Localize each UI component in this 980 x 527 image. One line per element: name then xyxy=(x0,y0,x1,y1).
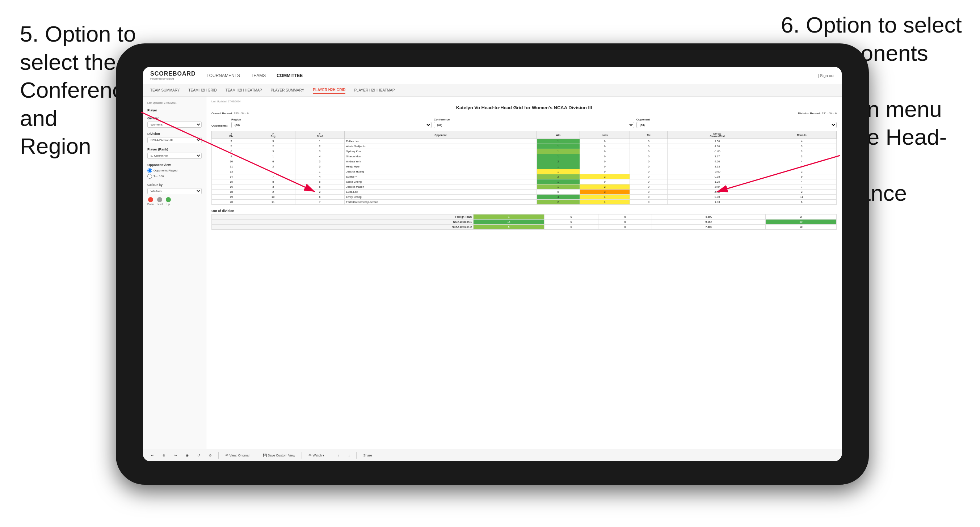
division-select[interactable]: NCAA Division III NCAA Division I NCAA D… xyxy=(147,137,202,143)
sidebar-gender-section: Gender Women's Men's xyxy=(147,116,202,128)
nav-committee[interactable]: COMMITTEE xyxy=(277,71,303,79)
table-row: 20117 Federica Domecq Lacroze 210 1.336 xyxy=(212,200,837,205)
table-row: 914 Sharon Mun 100 3.673 xyxy=(212,154,837,159)
sub-nav-player-h2h-heatmap[interactable]: PLAYER H2H HEATMAP xyxy=(354,87,395,94)
table-row: 1474 Eunice Yi 220 0.389 xyxy=(212,175,837,179)
table-row: 1125 Heejo Hyun 100 3.333 xyxy=(212,164,837,169)
colour-dot-level xyxy=(157,197,162,202)
toolbar-share[interactable]: Share xyxy=(361,453,374,458)
sidebar-colour-section: Colour by Win/loss Down Level xyxy=(147,183,202,205)
th-tie: Tie xyxy=(630,131,668,139)
toolbar-divider-2 xyxy=(256,452,256,459)
toolbar-view-circle[interactable]: ⊙ xyxy=(207,453,214,458)
opponent-view-radio-group: Opponents Played Top 100 xyxy=(147,168,202,179)
main-data-table-section: #Div #Reg #Conf Opponent Win Loss Tie Di… xyxy=(212,131,837,205)
table-row: 1311 Jessica Huang 100 -3.002 xyxy=(212,169,837,175)
conference-filter: Conference (All) xyxy=(434,118,634,128)
sub-nav-team-h2h-heatmap[interactable]: TEAM H2H HEATMAP xyxy=(226,87,262,94)
out-of-division-label: Out of division xyxy=(212,209,837,213)
out-div-row: Foreign Team 1 0 0 4.500 2 xyxy=(212,214,837,219)
toolbar-view-original[interactable]: 👁 View: Original xyxy=(223,453,251,458)
sub-nav-player-h2h-grid[interactable]: PLAYER H2H GRID xyxy=(313,86,345,94)
opponent-filter: Opponent (All) xyxy=(636,118,837,128)
main-content: Last Updated: 27/03/2024 Player Gender W… xyxy=(143,97,842,461)
out-div-row: NAIA Division 1 15 0 0 9.267 30 xyxy=(212,219,837,225)
toolbar-copy[interactable]: ◉ xyxy=(183,453,191,458)
sidebar-player-rank-section: Player (Rank) 8. Katelyn Vo xyxy=(147,148,202,159)
toolbar-redo[interactable]: ↪ xyxy=(172,453,179,458)
filter-row: Opponents: Region (All) Conference (All) xyxy=(212,118,837,128)
bottom-toolbar: ↩ ⊕ ↪ ◉ ↺ ⊙ 👁 View: Original 💾 Save Cust… xyxy=(143,449,842,461)
main-data-table: #Div #Reg #Conf Opponent Win Loss Tie Di… xyxy=(212,131,837,205)
sub-nav-team-h2h-grid[interactable]: TEAM H2H GRID xyxy=(189,87,217,94)
toolbar-divider-1 xyxy=(218,452,219,459)
opponent-select[interactable]: (All) xyxy=(636,122,837,128)
region-filter: Region (All) xyxy=(231,118,431,128)
toolbar-unknown1[interactable]: ⊕ xyxy=(161,453,168,458)
region-select[interactable]: (All) xyxy=(231,122,431,128)
th-opponent: Opponent xyxy=(345,131,537,139)
out-of-division-table: Foreign Team 1 0 0 4.500 2 NAIA Division… xyxy=(212,214,837,230)
table-row: 1636 Jessica Mason 120 -0.947 xyxy=(212,184,837,189)
toolbar-save-custom-view[interactable]: 💾 Save Custom View xyxy=(261,453,297,458)
th-div: #Div xyxy=(212,131,251,139)
division-record: Division Record: 331 - 34 - 6 xyxy=(798,112,837,115)
sub-nav-team-summary[interactable]: TEAM SUMMARY xyxy=(150,87,180,94)
tablet-device: SCOREBOARD Powered by clippd TOURNAMENTS… xyxy=(116,43,869,485)
sidebar-player-section: Player xyxy=(147,108,202,112)
nav-teams[interactable]: TEAMS xyxy=(251,71,266,79)
colour-up: Up xyxy=(166,197,171,205)
toolbar-watch[interactable]: 👁 Watch ▾ xyxy=(306,453,326,458)
gender-select[interactable]: Women's Men's xyxy=(147,122,202,128)
toolbar-divider-4 xyxy=(331,452,331,459)
grid-title: Katelyn Vo Head-to-Head Grid for Women's… xyxy=(212,105,837,110)
table-row: 633 Sydney Kuo 100 -1.003 xyxy=(212,149,837,154)
th-loss: Loss xyxy=(580,131,630,139)
table-row: 1585 Stella Cheng 100 1.254 xyxy=(212,179,837,184)
toolbar-up[interactable]: ↑ xyxy=(336,453,342,458)
th-rounds: Rounds xyxy=(767,131,837,139)
colour-by-select[interactable]: Win/loss xyxy=(147,188,202,194)
th-win: Win xyxy=(536,131,580,139)
th-diff: Diff AvStrokes/Rnd xyxy=(668,131,767,139)
toolbar-clock[interactable]: ↺ xyxy=(195,453,202,458)
toolbar-undo[interactable]: ↩ xyxy=(149,453,156,458)
table-row: 1063 Andrea York 200 4.004 xyxy=(212,159,837,164)
conference-select[interactable]: (All) xyxy=(434,122,634,128)
app-navbar: SCOREBOARD Powered by clippd TOURNAMENTS… xyxy=(143,67,842,84)
grid-area: Last Updated: 27/03/2024 Katelyn Vo Head… xyxy=(206,97,842,461)
colour-dot-down xyxy=(148,197,153,202)
last-updated-label: Last Updated: 27/03/2024 xyxy=(212,100,837,103)
radio-top100[interactable]: Top 100 xyxy=(147,174,202,179)
radio-opponents-played[interactable]: Opponents Played xyxy=(147,168,202,173)
logo-sub: Powered by clippd xyxy=(150,77,196,80)
records-row: Overall Record: 353 - 34 - 6 Division Re… xyxy=(212,112,837,115)
sidebar-opponent-view-section: Opponent view Opponents Played Top 100 xyxy=(147,163,202,179)
opponents-label: Opponents: xyxy=(212,124,228,128)
sub-nav-player-summary[interactable]: PLAYER SUMMARY xyxy=(271,87,304,94)
nav-sign-out[interactable]: | Sign out xyxy=(818,73,834,78)
colour-level: Level xyxy=(157,197,163,205)
th-reg: #Reg xyxy=(251,131,295,139)
sub-navbar: TEAM SUMMARY TEAM H2H GRID TEAM H2H HEAT… xyxy=(143,84,842,97)
colour-legend: Down Level Up xyxy=(147,197,202,205)
tablet-screen: SCOREBOARD Powered by clippd TOURNAMENTS… xyxy=(143,67,842,461)
logo-text: SCOREBOARD xyxy=(150,70,196,77)
toolbar-down[interactable]: ↓ xyxy=(346,453,352,458)
nav-items: TOURNAMENTS TEAMS COMMITTEE xyxy=(207,71,818,79)
sidebar-last-updated: Last Updated: 27/03/2024 xyxy=(147,102,202,104)
colour-down: Down xyxy=(147,197,154,205)
table-row: 1822 Euna Lee 030 -5.002 xyxy=(212,189,837,195)
table-header-row: #Div #Reg #Conf Opponent Win Loss Tie Di… xyxy=(212,131,837,139)
sidebar-division-section: Division NCAA Division III NCAA Division… xyxy=(147,132,202,143)
overall-record: Overall Record: 353 - 34 - 6 xyxy=(212,112,249,115)
toolbar-divider-3 xyxy=(302,452,302,459)
table-row: 331 Esther Lee 100 1.504 xyxy=(212,139,837,144)
scoreboard-logo: SCOREBOARD Powered by clippd xyxy=(150,70,196,80)
nav-tournaments[interactable]: TOURNAMENTS xyxy=(207,71,240,79)
table-row: 19106 Emily Chang 410 0.3011 xyxy=(212,195,837,200)
player-rank-select[interactable]: 8. Katelyn Vo xyxy=(147,152,202,159)
colour-dot-up xyxy=(166,197,171,202)
th-conf: #Conf xyxy=(295,131,345,139)
toolbar-divider-5 xyxy=(356,452,356,459)
